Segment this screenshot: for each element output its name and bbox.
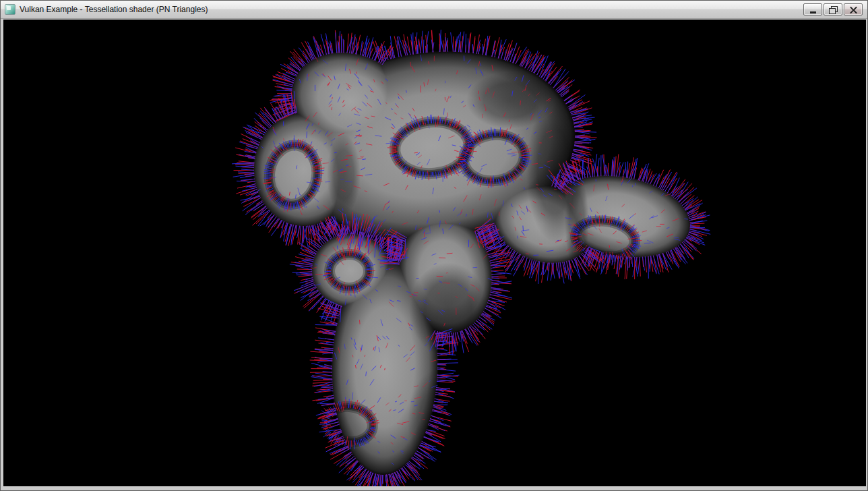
minimize-button[interactable] [803,3,822,16]
restore-button[interactable] [824,3,842,16]
app-window: Vulkan Example - Tessellation shader (PN… [0,0,868,491]
minimize-icon [810,11,816,13]
restore-icon [829,6,837,13]
close-button[interactable] [844,3,863,16]
close-icon [849,6,858,13]
window-title: Vulkan Example - Tessellation shader (PN… [20,5,208,14]
window-controls [803,3,863,16]
render-canvas[interactable] [3,20,866,486]
render-viewport [3,20,866,486]
title-bar[interactable]: Vulkan Example - Tessellation shader (PN… [1,1,867,19]
app-icon[interactable] [5,4,16,15]
